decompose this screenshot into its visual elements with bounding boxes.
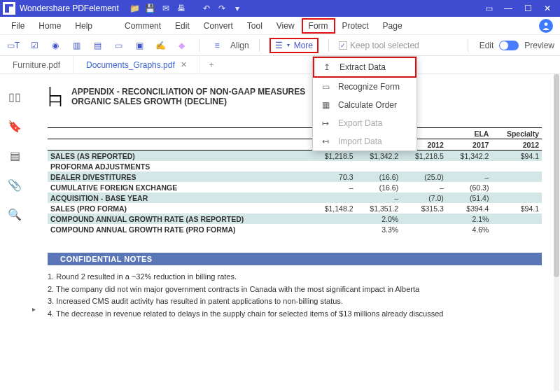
note-3: 3. Increased CMS audit activity has resu…: [48, 295, 542, 308]
app-logo: [3, 2, 15, 15]
app-title: Wondershare PDFelement: [20, 4, 119, 13]
tab-bar: Furniture.pdf Documents_Graphs.pdf✕ ＋: [0, 56, 560, 74]
list-icon[interactable]: ▤: [90, 38, 105, 53]
more-dropdown: ↥Extract Data▭Recognize Form▦Calculate O…: [312, 56, 417, 151]
table-row: SALES (AS REPORTED)$1,218.5$1,342.2$1,21…: [48, 150, 542, 162]
attachment-icon[interactable]: 📎: [8, 178, 22, 192]
preview-label: Preview: [524, 41, 554, 50]
work-area: ▯▯ 🔖 ▤ 📎 🔍 ▸ APPENDIX - RECONCILIATION O…: [0, 74, 560, 392]
menu-home[interactable]: Home: [31, 18, 68, 34]
table-row: CUMULATIVE FOREIGN EXCHANGE–(16.6)–(60.3…: [48, 182, 542, 192]
radio-icon[interactable]: ◉: [48, 38, 63, 53]
doc-title-2: ORGANIC SALES GROWTH (DECLINE): [71, 97, 305, 106]
menu-convert[interactable]: Convert: [197, 18, 240, 34]
document-page: ▸ APPENDIX - RECONCILIATION OF NON-GAAP …: [29, 74, 560, 392]
dropdown-icon[interactable]: ▾: [230, 1, 245, 16]
dropdown-item-calculate-order[interactable]: ▦Calculate Order: [313, 96, 416, 114]
align-icon[interactable]: ≡: [209, 38, 225, 53]
menu-form[interactable]: Form: [302, 18, 335, 34]
menu-bar: File Home Help Comment Edit Convert Tool…: [0, 17, 560, 35]
undo-icon[interactable]: ↶: [199, 1, 214, 16]
dropdown-item-recognize-form[interactable]: ▭Recognize Form: [313, 78, 416, 96]
doc-title-1: APPENDIX - RECONCILIATION OF NON-GAAP ME…: [71, 87, 305, 97]
new-tab-button[interactable]: ＋: [200, 59, 223, 71]
dropdown-item-icon: ↤: [320, 136, 331, 146]
keep-tool-checkbox[interactable]: ✓ Keep tool selected: [339, 41, 419, 50]
note-2: 2. The company did not win major governm…: [48, 284, 542, 296]
hamburger-icon: ☰: [275, 41, 283, 50]
signature-icon[interactable]: ✍: [153, 38, 168, 53]
more-label: More: [294, 41, 313, 50]
redo-icon[interactable]: ↷: [214, 1, 230, 16]
financial-table: North AmericaELASpecialty 20122017201220…: [48, 127, 542, 234]
notes-header: CONFIDENTIAL NOTES: [48, 253, 542, 265]
svg-point-0: [545, 22, 548, 26]
menu-edit[interactable]: Edit: [168, 18, 197, 34]
checkbox-icon: ✓: [339, 41, 347, 50]
dropdown-item-extract-data[interactable]: ↥Extract Data: [313, 57, 416, 78]
mail-icon[interactable]: ✉: [158, 1, 174, 16]
note-4: 4. The decrease in revenue related to de…: [48, 308, 542, 321]
tab-furniture[interactable]: Furniture.pdf: [0, 56, 74, 74]
dropdown-item-icon: ↦: [320, 118, 331, 128]
table-row: COMPOUND ANNUAL GROWTH RATE (AS REPORTED…: [48, 214, 542, 224]
menu-protect[interactable]: Protect: [335, 18, 376, 34]
button-icon[interactable]: ▭: [111, 38, 126, 53]
save-icon[interactable]: 💾: [143, 1, 158, 16]
align-label: Align: [230, 41, 249, 50]
help-icon[interactable]: ▭: [479, 0, 498, 17]
title-bar: Wondershare PDFelement 📁 💾 ✉ 🖶 ↶ ↷ ▾ ▭ —…: [0, 0, 560, 17]
search-icon[interactable]: 🔍: [8, 207, 22, 221]
dropdown-item-icon: ↥: [321, 62, 332, 72]
more-button[interactable]: ☰ ▾ More: [270, 38, 318, 53]
minimize-button[interactable]: —: [498, 0, 518, 17]
dropdown-item-icon: ▭: [320, 82, 331, 92]
edit-preview-toggle[interactable]: [499, 41, 519, 50]
close-tab-icon[interactable]: ✕: [181, 60, 187, 69]
chair-icon: [48, 87, 63, 106]
table-row: PROFORMA ADJUSTMENTS: [48, 161, 542, 172]
menu-file[interactable]: File: [4, 18, 31, 34]
checkbox-icon[interactable]: ☑: [27, 38, 42, 53]
note-1: 1. Round 2 resulted in a ~32% reduction …: [48, 271, 542, 284]
expand-handle[interactable]: ▸: [32, 305, 36, 313]
combo-icon[interactable]: ▥: [69, 38, 84, 53]
menu-comment[interactable]: Comment: [118, 18, 168, 34]
dropdown-item-import-data: ↤Import Data: [313, 132, 416, 150]
table-row: DEALER DIVESTITURES70.3(16.6)(25.0)–: [48, 172, 542, 182]
table-row: COMPOUND ANNUAL GROWTH RATE (PRO FORMA)3…: [48, 224, 542, 234]
edit-label: Edit: [479, 41, 494, 50]
table-row: ACQUISITION - BASE YEAR–(7.0)(51.4): [48, 192, 542, 203]
comments-icon[interactable]: ▤: [8, 148, 22, 162]
table-row: SALES (PRO FORMA)$1,148.2$1,351.2$315.3$…: [48, 203, 542, 214]
open-icon[interactable]: 📁: [127, 1, 143, 16]
user-avatar[interactable]: [539, 19, 553, 33]
text-field-icon[interactable]: ▭T: [6, 38, 21, 53]
menu-view[interactable]: View: [270, 18, 302, 34]
menu-help[interactable]: Help: [68, 18, 99, 34]
vertical-scrollbar[interactable]: [554, 74, 559, 391]
dropdown-item-icon: ▦: [320, 100, 331, 110]
left-sidebar: ▯▯ 🔖 ▤ 📎 🔍: [0, 74, 29, 392]
eraser-icon[interactable]: ◆: [174, 38, 189, 53]
form-toolbar: ▭T ☑ ◉ ▥ ▤ ▭ ▣ ✍ ◆ ≡ Align ☰ ▾ More ✓ Ke…: [0, 35, 560, 56]
menu-page[interactable]: Page: [376, 18, 410, 34]
scrollbar-thumb[interactable]: [554, 74, 559, 277]
bookmark-icon[interactable]: 🔖: [8, 119, 22, 133]
notes-list: 1. Round 2 resulted in a ~32% reduction …: [48, 271, 542, 320]
dropdown-item-export-data: ↦Export Data: [313, 114, 416, 132]
image-icon[interactable]: ▣: [132, 38, 147, 53]
thumbnails-icon[interactable]: ▯▯: [8, 90, 22, 104]
maximize-button[interactable]: ☐: [518, 0, 538, 17]
tab-documents-graphs[interactable]: Documents_Graphs.pdf✕: [74, 56, 200, 74]
menu-tool[interactable]: Tool: [240, 18, 270, 34]
print-icon[interactable]: 🖶: [174, 1, 189, 16]
keep-label: Keep tool selected: [350, 41, 419, 50]
close-button[interactable]: ✕: [538, 0, 557, 17]
